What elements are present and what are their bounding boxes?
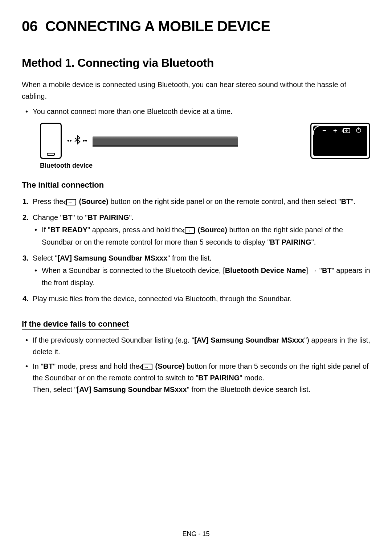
s3s-b1: Bluetooth Device Name [225,266,306,274]
step2-sub-item: If "BT READY" appears, press and hold th… [42,224,370,248]
bluetooth-signal: •• •• [67,135,87,147]
f2-l2p: Then, select " [33,385,77,393]
step-4: Play music files from the device, connec… [33,293,370,305]
step2-b1: BT [63,213,73,221]
soundbar-icon [93,136,238,145]
s3-pre: Select " [33,254,57,262]
note-item: You cannot connect more than one Bluetoo… [33,106,370,117]
fails-item-2: In "BT" mode, press and hold the (Source… [33,360,370,395]
f2-l2b: [AV] Samsung Soundbar MSxxx [77,385,187,393]
step1-bt: BT [341,197,351,205]
step3-sub: When a Soundbar is connected to the Blue… [33,264,370,289]
s3s-pre: When a Soundbar is connected to the Blue… [42,266,225,274]
dots-left: •• [67,137,72,145]
chapter-text: CONNECTING A MOBILE DEVICE [45,18,270,34]
control-panel-icon: − + [310,123,370,159]
f2-m3: " mode. [240,374,264,382]
step-2: Change "BT" to "BT PAIRING". If "BT READ… [33,211,370,248]
initial-connection-heading: The initial connection [22,180,370,190]
page-footer: ENG - 15 [0,530,392,538]
source-icon [66,199,76,205]
step2-mid: " to " [72,213,87,221]
dots-right: •• [83,137,87,145]
f2-src: (Source) [155,362,185,370]
step-3: Select "[AV] Samsung Soundbar MSxxx" fro… [33,252,370,289]
s2s-b2: BT PAIRING [270,238,311,246]
method-intro: When a mobile device is connected using … [22,79,370,102]
bluetooth-svg [74,135,81,144]
step1-suffix: button on the right side panel or on the… [109,197,341,205]
s2s-b1: BT READY [50,226,87,234]
s2s-src: (Source) [198,226,227,234]
steps-list: Press the (Source) button on the right s… [22,195,370,305]
s3s-b2: BT [322,266,332,274]
step1-text: Press the [33,197,65,205]
fails-list: If the previously connected Soundbar lis… [22,334,370,395]
connection-diagram: •• •• − + [40,123,370,159]
svg-text:−: − [322,127,326,134]
source-icon [185,227,195,234]
fails-heading: If the device fails to connect [22,319,370,329]
s3-b1: [AV] Samsung Soundbar MSxxx [57,254,167,262]
s2s-pre: If " [42,226,50,234]
f1-pre: If the previously connected Soundbar lis… [33,336,194,344]
fails-item-1: If the previously connected Soundbar lis… [33,334,370,357]
f2-b1: BT [43,362,53,370]
source-icon [142,364,152,370]
panel-svg: − + [311,124,369,158]
notes-list: You cannot connect more than one Bluetoo… [22,106,370,117]
source-label: (Source) [79,197,109,205]
s2s-m1: " appears, press and hold the [87,226,184,234]
f1-b1: [AV] Samsung Soundbar MSxxx [194,336,304,344]
step2-suf: ". [129,213,134,221]
step2-sub: If "BT READY" appears, press and hold th… [33,224,370,248]
step-1: Press the (Source) button on the right s… [33,195,370,208]
s3-suf: " from the list. [167,254,212,262]
svg-rect-0 [313,126,367,156]
chapter-number: 06 [22,18,38,34]
s3s-mid: ] → " [306,266,322,274]
s2s-suf: ". [311,238,316,246]
f2-m1: " mode, press and hold the [53,362,142,370]
bluetooth-icon [74,135,81,147]
phone-icon [40,123,62,159]
chapter-title: 06 CONNECTING A MOBILE DEVICE [22,18,370,34]
method-title: Method 1. Connecting via Bluetooth [22,56,370,70]
diagram-label: Bluetooth device [40,162,370,169]
step2-pre: Change " [33,213,63,221]
f2-l2s: " from the Bluetooth device search list. [187,385,311,393]
f2-b2: BT PAIRING [198,374,240,382]
svg-text:+: + [333,127,337,134]
f2-pre: In " [33,362,43,370]
step2-b2: BT PAIRING [87,213,129,221]
step3-sub-item: When a Soundbar is connected to the Blue… [42,264,370,289]
step1-tail: ". [351,197,355,205]
